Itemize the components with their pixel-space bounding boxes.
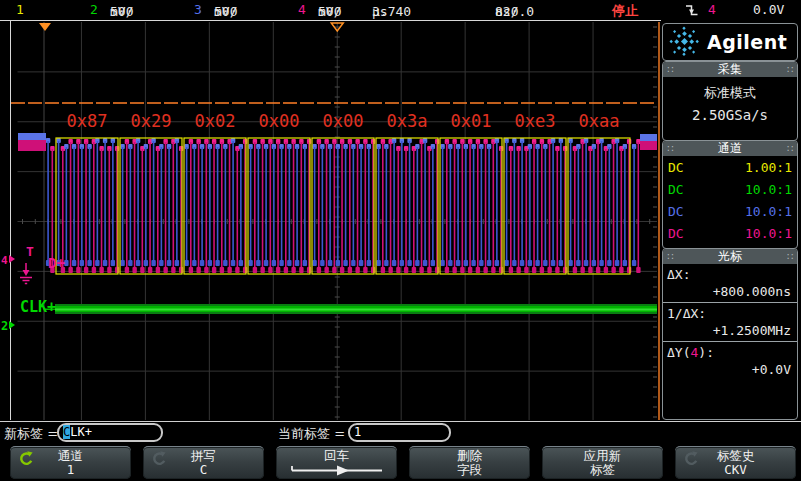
channels-header: ∷ 通道 ∷ xyxy=(663,141,797,156)
channel-row-1: DC 1.00:1 xyxy=(663,156,797,178)
softkey-apply-label[interactable]: 应用新 标签 xyxy=(542,446,663,479)
svg-text:4: 4 xyxy=(1,254,8,267)
softkey-label-history[interactable]: 标签史 CKV xyxy=(675,446,796,479)
ch3-probe: 10.0:1 xyxy=(745,200,792,222)
grip-icon: ∷ xyxy=(667,249,673,264)
label-edit-bar: 新标签 = CLK+ 当前标签 = 1 xyxy=(0,421,801,444)
run-status: 停止 xyxy=(612,2,638,20)
dplus-waveform xyxy=(18,133,657,273)
dy-value: +0.0V xyxy=(667,361,793,378)
ch2-coupling: DC xyxy=(668,178,684,200)
sample-rate: 2.50GSa/s xyxy=(663,107,797,123)
brand-panel: Agilent xyxy=(662,23,798,61)
svg-text:0x00: 0x00 xyxy=(259,111,300,131)
softkey-enter[interactable]: 回车 xyxy=(276,446,397,479)
svg-text:0xe3: 0xe3 xyxy=(515,111,556,131)
softkey-apply-label-bottom: 标签 xyxy=(542,463,663,477)
channel-row-4: DC 10.0:1 xyxy=(663,222,797,244)
cursors-panel: ∷ 光标 ∷ ΔX: +800.000ns 1/ΔX: +1.2500MHz Δ… xyxy=(662,248,798,420)
svg-text:CLK+: CLK+ xyxy=(20,298,56,316)
svg-text:0x02: 0x02 xyxy=(195,111,236,131)
ch2-probe: 10.0:1 xyxy=(745,178,792,200)
channel-row-3: DC 10.0:1 xyxy=(663,200,797,222)
cursors-header: ∷ 光标 ∷ xyxy=(663,249,797,264)
grip-icon: ∷ xyxy=(787,62,793,77)
channel-row-2: DC 10.0:1 xyxy=(663,178,797,200)
ch4-probe: 10.0:1 xyxy=(745,222,792,244)
ch4-number: 4 xyxy=(298,2,306,17)
dx-value: +800.000ns xyxy=(667,283,793,300)
acquisition-mode: 标准模式 xyxy=(663,84,797,102)
waveform-svg: 0x870x290x020x000x000x3a0x010xe30xaaT4D+… xyxy=(0,21,661,421)
acquisition-header: ∷ 采集 ∷ xyxy=(663,62,797,77)
softkey-delete-field[interactable]: 删除 字段 xyxy=(409,446,530,479)
trigger-edge-icon xyxy=(685,2,699,21)
ch4-coupling: DC xyxy=(668,222,684,244)
current-label-caption: 当前标签 = xyxy=(278,425,345,443)
oscilloscope-screen: 1 2 500mV/ 3 500mV/ 4 500mV/ 3.740μs 820… xyxy=(0,0,801,481)
svg-text:0xaa: 0xaa xyxy=(579,111,620,131)
svg-text:0x29: 0x29 xyxy=(131,111,172,131)
softkey-channel[interactable]: 通道 1 xyxy=(10,446,131,479)
grip-icon: ∷ xyxy=(667,62,673,77)
grip-icon: ∷ xyxy=(787,249,793,264)
clk-waveform xyxy=(44,304,657,314)
softkey-spell[interactable]: 拼写 C xyxy=(143,446,264,479)
acquisition-title: 采集 xyxy=(718,62,742,77)
svg-text:2: 2 xyxy=(1,319,8,333)
new-label-input[interactable]: CLK+ xyxy=(57,423,163,442)
svg-text:T: T xyxy=(26,244,34,259)
softkey-delete-value: 字段 xyxy=(409,463,530,477)
divider xyxy=(663,341,797,342)
channels-title: 通道 xyxy=(718,141,742,156)
dy-label: ΔY(4): xyxy=(667,344,793,361)
svg-text:D+: D+ xyxy=(48,255,65,271)
cursors-title: 光标 xyxy=(718,249,742,264)
agilent-logo-icon xyxy=(667,26,701,58)
acquisition-panel: ∷ 采集 ∷ 标准模式 2.50GSa/s xyxy=(662,61,798,141)
softkey-delete-label: 删除 xyxy=(409,449,530,463)
trigger-level: 0.0V xyxy=(753,2,784,17)
brand-name: Agilent xyxy=(707,31,787,53)
grip-icon: ∷ xyxy=(667,141,673,156)
softkey-apply-label-top: 应用新 xyxy=(542,449,663,463)
ch1-number: 1 xyxy=(16,2,24,17)
new-label-caption: 新标签 = xyxy=(4,425,58,443)
svg-text:0x00: 0x00 xyxy=(323,111,364,131)
rotate-knob-icon xyxy=(151,451,166,466)
softkey-enter-value xyxy=(276,463,397,479)
inv-dx-label: 1/ΔX: xyxy=(667,305,793,322)
channels-panel: ∷ 通道 ∷ DC 1.00:1 DC 10.0:1 DC 10.0:1 DC … xyxy=(662,140,798,249)
dx-label: ΔX: xyxy=(667,266,793,283)
svg-text:0x01: 0x01 xyxy=(451,111,492,131)
waveform-display: 0x870x290x020x000x000x3a0x010xe30xaaT4D+… xyxy=(0,20,661,422)
time-markers xyxy=(11,23,657,103)
ch1-coupling: DC xyxy=(668,156,684,178)
softkey-bar: 通道 1 拼写 C 回车 删除 字段 xyxy=(0,443,801,481)
ch3-coupling: DC xyxy=(668,200,684,222)
grip-icon: ∷ xyxy=(787,141,793,156)
inv-dx-value: +1.2500MHz xyxy=(667,322,793,339)
enter-arrow-icon xyxy=(287,464,387,476)
status-bar: 1 2 500mV/ 3 500mV/ 4 500mV/ 3.740μs 820… xyxy=(0,0,801,20)
svg-text:0x87: 0x87 xyxy=(67,111,108,131)
current-label-input[interactable]: 1 xyxy=(348,423,451,442)
divider xyxy=(663,302,797,303)
ch1-probe: 1.00:1 xyxy=(745,156,792,178)
svg-text:0x3a: 0x3a xyxy=(387,111,428,131)
ch3-number: 3 xyxy=(194,2,202,17)
info-sidebar: Agilent ∷ 采集 ∷ 标准模式 2.50GSa/s ∷ 通道 ∷ DC … xyxy=(661,21,801,421)
softkey-enter-label: 回车 xyxy=(276,449,397,463)
rotate-knob-icon xyxy=(18,451,33,466)
trigger-source: 4 xyxy=(708,2,716,17)
ch2-number: 2 xyxy=(90,2,98,17)
rotate-knob-icon xyxy=(683,451,698,466)
